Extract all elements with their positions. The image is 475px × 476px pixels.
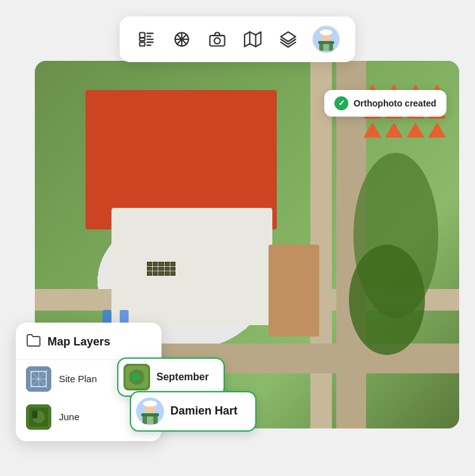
svg-rect-38 [32,411,37,418]
june-thumbnail [26,404,51,430]
june-label: June [59,411,80,422]
camera-icon[interactable] [206,28,229,51]
svg-rect-1 [140,37,145,41]
svg-rect-45 [144,404,156,406]
siteplan-thumbnail [26,366,51,392]
play-icon [133,372,142,382]
marker-10 [385,122,403,138]
svg-rect-22 [321,32,331,34]
september-thumbnail [124,364,150,390]
siteplan-label: Site Plan [59,373,97,384]
marker-12 [428,122,446,138]
marker-9 [364,122,381,138]
aperture-icon[interactable] [170,28,193,51]
solar-panels [147,262,176,276]
svg-rect-48 [141,413,159,416]
svg-marker-15 [244,32,261,46]
orthophoto-text: Orthophoto created [353,98,436,108]
svg-rect-2 [140,42,145,46]
map-icon[interactable] [241,28,264,51]
list-icon[interactable] [135,28,158,51]
toolbar-card [120,16,355,62]
september-label: September [156,371,209,383]
user-avatar[interactable] [312,25,340,53]
svg-rect-25 [318,41,334,44]
orthophoto-notification: ✓ Orthophoto created [324,90,446,117]
map-layers-header: Map Layers [16,333,162,360]
svg-point-14 [214,37,220,43]
damien-avatar [136,397,164,425]
svg-rect-0 [140,32,145,37]
damien-popup[interactable]: Damien Hart [130,391,256,432]
layers-icon[interactable] [277,28,300,51]
folder-icon [26,333,41,352]
house-white [111,208,273,326]
play-button[interactable] [124,364,150,390]
trees-area-2 [349,245,426,355]
map-layers-title: Map Layers [48,335,110,349]
main-container: ✓ Orthophoto created Map Layers [16,16,459,460]
marker-11 [407,122,424,138]
driveway [269,245,319,337]
damien-name: Damien Hart [170,404,238,418]
check-circle-icon: ✓ [334,96,348,110]
